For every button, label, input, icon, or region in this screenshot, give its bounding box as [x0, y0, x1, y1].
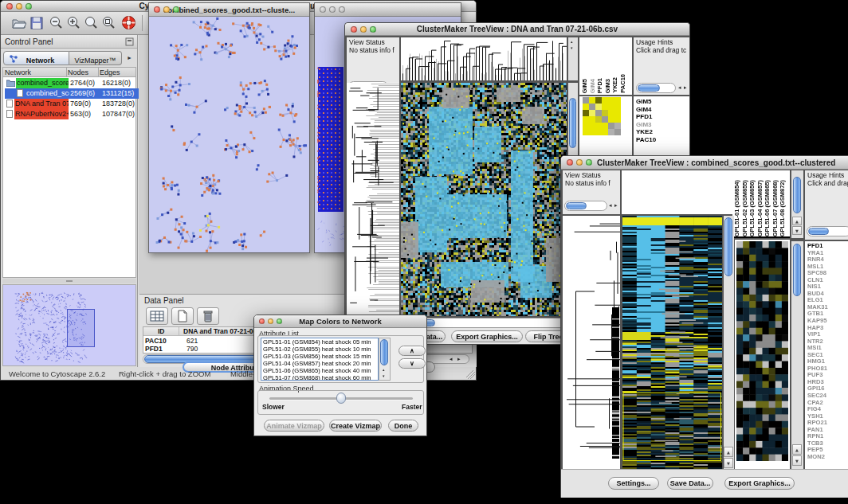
col-edges[interactable]: Edges	[100, 68, 120, 76]
heatmap-cell[interactable]	[583, 104, 589, 110]
heatmap-cell[interactable]	[589, 97, 595, 104]
table-row[interactable]: PFD1790	[145, 345, 163, 353]
id-column-header[interactable]: ID	[158, 327, 165, 335]
heatmap-cell[interactable]	[583, 110, 589, 116]
treeview2-titlebar[interactable]: ClusterMaker TreeView : combined_scores_…	[561, 156, 848, 170]
heatmap-cell[interactable]	[608, 97, 614, 104]
heatmap-cell[interactable]	[608, 104, 614, 110]
tv2-labels-scrollbar[interactable]: ▲ ▼	[791, 170, 803, 238]
close-button[interactable]	[320, 6, 326, 13]
heatmap-cell[interactable]	[608, 129, 614, 135]
zoom-button[interactable]	[586, 159, 592, 166]
zoom-fit-icon[interactable]	[84, 16, 98, 30]
minimize-button[interactable]	[163, 6, 170, 13]
scroll-thumb[interactable]	[566, 202, 587, 209]
scroll-up-button[interactable]: ▲	[724, 447, 733, 457]
settings-button[interactable]: Settings...	[608, 477, 659, 490]
zoom-out-icon[interactable]	[49, 16, 63, 30]
attribute-list-scrollbar[interactable]: ▴ ▾	[379, 338, 391, 381]
scroll-thumb[interactable]	[808, 228, 829, 235]
heatmap-cell[interactable]	[614, 123, 621, 129]
new-attribute-button[interactable]	[171, 307, 194, 325]
close-button[interactable]	[6, 3, 13, 10]
tv2-gene-scrollbar[interactable]: ▲ ▼	[791, 241, 803, 469]
heatmap-cell[interactable]	[602, 129, 608, 135]
treeview1-titlebar[interactable]: ClusterMaker TreeView : DNA and Tran 07-…	[345, 23, 689, 36]
scroll-up-arrow[interactable]: ▴	[571, 40, 573, 44]
attribute-item[interactable]: GPL51-06 (GSM865) heat shock 40 min	[261, 367, 378, 374]
network-row-dna-tran[interactable]: DNA and Tran 07 769(0) 183728(0)	[5, 99, 139, 109]
save-icon[interactable]	[29, 16, 44, 30]
attribute-item[interactable]: GPL51-03 (GSM856) heat shock 15 min	[261, 353, 378, 360]
heatmap-cell[interactable]	[595, 129, 602, 135]
panel-splitter[interactable]	[2, 279, 136, 283]
attribute-list[interactable]: GPL51-01 (GSM854) heat shock 05 minGPL51…	[261, 338, 379, 381]
heatmap-cell[interactable]	[595, 104, 602, 110]
scroll-down-arrow[interactable]: ▾	[571, 46, 573, 50]
tv2-vscrollbar[interactable]: ▲ ▼	[724, 216, 734, 469]
heatmap-cell[interactable]	[602, 110, 608, 116]
vscroll-thumb[interactable]	[569, 98, 576, 148]
col-network[interactable]: Network	[5, 68, 31, 76]
global-heatmap-canvas[interactable]	[401, 83, 567, 316]
network-view-titlebar[interactable]: combined_scores_good.txt--cluste...	[149, 3, 309, 17]
heatmap-cell[interactable]	[614, 116, 621, 123]
attribute-item[interactable]: GPL51-04 (GSM857) heat shock 20 min	[261, 360, 378, 367]
heatmap-cell[interactable]	[602, 104, 608, 110]
minimize-button[interactable]	[268, 318, 273, 324]
done-button[interactable]: Done	[388, 420, 418, 432]
help-ring-icon[interactable]	[121, 15, 136, 30]
attribute-item[interactable]: GPL51-01 (GSM854) heat shock 05 min	[261, 338, 378, 346]
heatmap-cell[interactable]	[583, 129, 589, 135]
zoom-button[interactable]	[370, 26, 376, 33]
heatmap-cell[interactable]	[583, 123, 589, 129]
zoom-button[interactable]	[26, 3, 32, 10]
heatmap-cell[interactable]	[608, 116, 614, 123]
scroll-up-arrow[interactable]: ▴	[383, 368, 385, 372]
heatmap-cell[interactable]	[614, 110, 621, 116]
scroll-right-arrow[interactable]: ▸	[457, 357, 461, 362]
heatmap-cell[interactable]	[595, 123, 602, 129]
minimize-button[interactable]	[576, 159, 583, 166]
zoom-selected-icon[interactable]	[101, 16, 116, 30]
minimize-button[interactable]	[16, 3, 22, 10]
vscroll-thumb[interactable]	[724, 217, 732, 276]
export-graphics-button[interactable]: Export Graphics...	[451, 330, 523, 342]
scroll-left-arrow[interactable]: ◂	[450, 357, 453, 362]
tab-network[interactable]: Network	[3, 51, 69, 65]
table-row[interactable]: PAC10621	[145, 337, 167, 345]
export-graphics-button[interactable]: Export Graphics...	[724, 477, 795, 490]
table-mode-button[interactable]	[146, 307, 168, 325]
heatmap-cell[interactable]	[589, 110, 595, 116]
heatmap-cell[interactable]	[589, 116, 595, 123]
move-up-button[interactable]: ∧	[398, 346, 426, 356]
animate-vizmap-button[interactable]: Animate Vizmap	[264, 420, 324, 432]
tab-overflow-button[interactable]: ►	[124, 52, 135, 64]
move-down-button[interactable]: ∨	[398, 358, 426, 369]
tab-vizmapper[interactable]: VizMapper™	[69, 51, 122, 65]
attribute-item[interactable]: GPL51-02 (GSM855) heat shock 10 min	[261, 346, 378, 353]
heatmap-cell[interactable]	[583, 97, 589, 104]
scroll-right-arrow[interactable]: ▸	[614, 203, 618, 209]
tv1-usage-scrollbar[interactable]	[636, 83, 676, 93]
heatmap-cell[interactable]	[583, 116, 589, 123]
close-button[interactable]	[259, 318, 265, 324]
zoom-button[interactable]	[277, 318, 282, 324]
scroll-up-button[interactable]: ▲	[792, 444, 802, 455]
network-row-rnapuber[interactable]: RNAPuberNov2+l 563(0) 107847(0)	[5, 109, 139, 119]
scroll-down-button[interactable]: ▼	[724, 458, 733, 468]
scroll-right-arrow[interactable]: ▸	[684, 85, 687, 91]
heatmap-cell[interactable]	[602, 116, 608, 123]
heatmap-cell[interactable]	[589, 129, 595, 135]
heatmap-cell[interactable]	[595, 116, 602, 123]
scroll-down-arrow[interactable]: ▾	[383, 374, 385, 378]
heatmap-cell[interactable]	[595, 110, 602, 116]
float-panel-icon[interactable]	[125, 37, 134, 46]
heatmap-cell[interactable]	[602, 123, 608, 129]
zoom-button[interactable]	[173, 6, 179, 13]
close-button[interactable]	[567, 159, 573, 166]
heatmap-cell[interactable]	[614, 97, 621, 104]
scroll-down-button[interactable]: ▼	[792, 226, 802, 235]
global-heatmap-canvas[interactable]	[622, 216, 722, 469]
minimize-button[interactable]	[329, 6, 336, 13]
